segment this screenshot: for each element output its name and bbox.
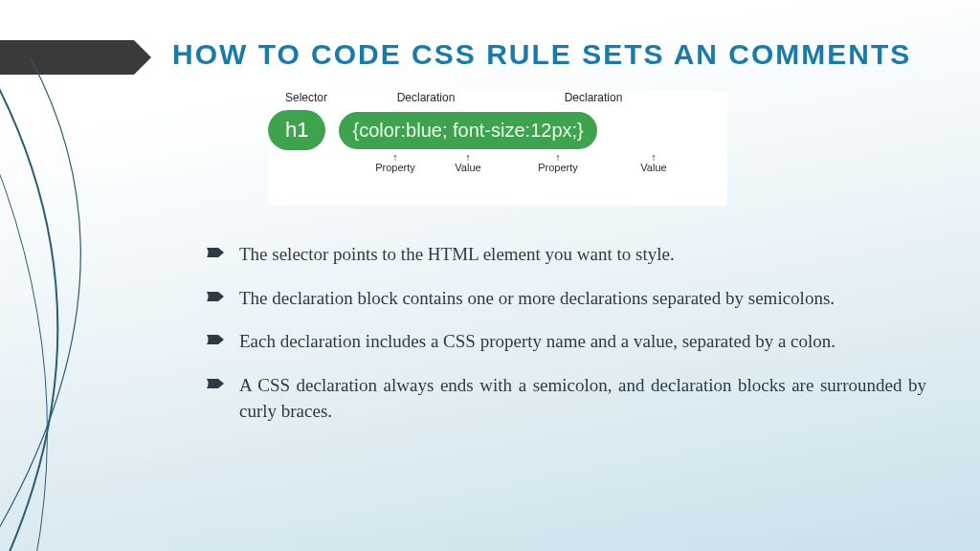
arrow-bullet-icon <box>207 377 226 390</box>
bullet-item: A CSS declaration always ends with a sem… <box>207 372 926 425</box>
bullet-item: The declaration block contains one or mo… <box>207 285 926 312</box>
label-declaration-2: Declaration <box>507 91 679 104</box>
label-selector: Selector <box>268 91 345 104</box>
bullet-item: Each declaration includes a CSS property… <box>207 328 926 355</box>
header-arrow-bar <box>0 40 134 75</box>
selector-pill: h1 <box>268 110 325 150</box>
bullet-text: The selector points to the HTML element … <box>239 244 675 264</box>
decorative-swoosh <box>0 57 230 551</box>
label-declaration-1: Declaration <box>345 91 507 104</box>
label-property-2: Property <box>505 152 611 173</box>
label-property-1: Property <box>360 152 431 173</box>
arrow-bullet-icon <box>207 290 226 303</box>
bullet-item: The selector points to the HTML element … <box>207 241 926 268</box>
arrow-bullet-icon <box>207 246 226 259</box>
bullet-text: Each declaration includes a CSS property… <box>239 331 835 351</box>
bullet-text: The declaration block contains one or mo… <box>239 288 835 308</box>
declaration-pill: {color:blue; font-size:12px;} <box>339 112 596 149</box>
bullet-text: A CSS declaration always ends with a sem… <box>239 375 926 422</box>
label-value-2: Value <box>611 152 697 173</box>
label-value-1: Value <box>431 152 505 173</box>
arrow-bullet-icon <box>207 333 226 346</box>
css-rule-diagram: Selector Declaration Declaration h1 {col… <box>268 91 727 206</box>
slide-title: How to code CSS rule sets an comments <box>172 38 951 71</box>
bullet-list: The selector points to the HTML element … <box>207 241 926 442</box>
